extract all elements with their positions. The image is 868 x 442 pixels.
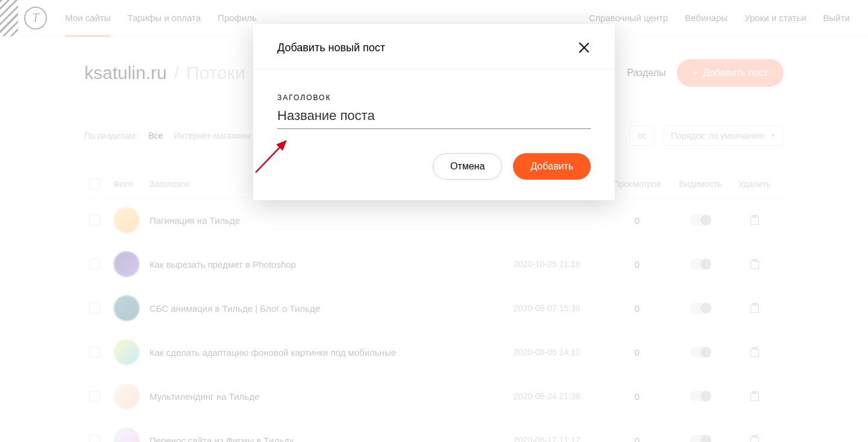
close-icon[interactable] xyxy=(577,41,591,54)
modal-header: Добавить новый пост xyxy=(253,24,615,69)
submit-button[interactable]: Добавить xyxy=(513,153,591,180)
modal-title: Добавить новый пост xyxy=(277,42,385,54)
title-field-label: ЗАГОЛОВОК xyxy=(277,93,591,102)
post-title-input[interactable] xyxy=(277,102,591,129)
add-post-modal: Добавить новый пост ЗАГОЛОВОК Отмена Доб… xyxy=(253,24,615,200)
modal-actions: Отмена Добавить xyxy=(277,153,591,180)
cancel-button[interactable]: Отмена xyxy=(433,153,502,180)
modal-body: ЗАГОЛОВОК Отмена Добавить xyxy=(253,69,615,200)
